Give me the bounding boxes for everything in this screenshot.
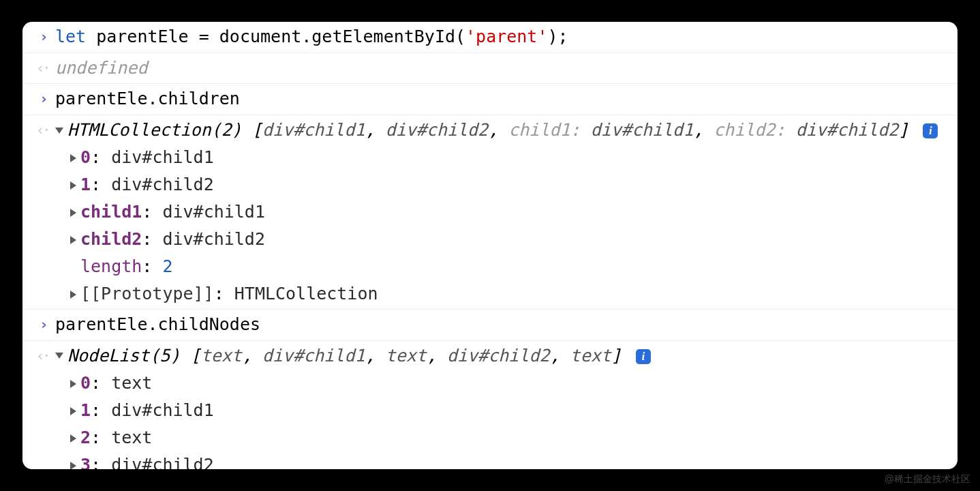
object-property-line[interactable]: [[Prototype]]: HTMLCollection	[55, 280, 949, 308]
comma: ,	[549, 346, 570, 366]
preview-item: text	[570, 346, 611, 366]
input-prompt-icon	[22, 23, 55, 51]
object-type: NodeList(5)	[67, 346, 191, 366]
colon: :	[91, 175, 111, 194]
object-summary-line[interactable]: HTMLCollection(2) [div#child1, div#child…	[55, 117, 949, 144]
console-output-row: NodeList(5) [text, div#child1, text, div…	[22, 341, 958, 469]
console-input-row[interactable]: let parentEle = document.getElementById(…	[22, 22, 958, 53]
expand-caret-right-icon[interactable]	[70, 407, 76, 415]
property-key: 1	[80, 400, 91, 420]
output-prompt-icon	[22, 342, 55, 370]
code-text: );	[547, 27, 568, 46]
colon: :	[91, 455, 111, 469]
object-property-line[interactable]: 0: text	[55, 370, 949, 397]
property-key: length	[80, 256, 142, 276]
property-key: 0	[80, 147, 91, 167]
property-key: child2	[80, 229, 142, 249]
object-property-line[interactable]: 0: div#child1	[55, 144, 949, 171]
colon: :	[142, 202, 162, 222]
preview-item: div#child2	[386, 120, 489, 140]
preview-item: div#child2	[447, 346, 550, 366]
comma: ,	[365, 346, 386, 366]
property-key: 0	[80, 373, 91, 393]
expand-caret-right-icon[interactable]	[70, 236, 76, 244]
comma: ,	[488, 120, 508, 140]
console-input-row[interactable]: parentEle.children	[22, 84, 958, 115]
comma: ,	[427, 346, 447, 366]
console-panel: let parentEle = document.getElementById(…	[22, 22, 958, 469]
property-key: 3	[80, 455, 91, 469]
comma: ,	[242, 346, 262, 366]
console-output-undefined: undefined	[55, 55, 958, 82]
preview-item: div#child1	[262, 120, 365, 140]
input-prompt-icon	[22, 85, 55, 113]
keyword-let: let	[55, 27, 86, 46]
object-property-line[interactable]: 1: div#child1	[55, 397, 949, 424]
colon: :	[91, 428, 111, 447]
colon: :	[214, 284, 234, 303]
bracket: [	[252, 120, 262, 140]
property-value: div#child1	[162, 202, 265, 222]
property-value: div#child1	[111, 400, 214, 420]
bracket: ]	[898, 120, 908, 140]
expand-caret-right-icon[interactable]	[70, 462, 76, 469]
property-key: [[Prototype]]	[80, 284, 214, 303]
colon: :	[91, 400, 111, 420]
preview-item: div#child1	[591, 120, 694, 140]
info-icon[interactable]: i	[636, 349, 651, 364]
expand-caret-right-icon[interactable]	[70, 291, 76, 299]
expand-caret-right-icon[interactable]	[70, 380, 76, 388]
object-property-line[interactable]: 2: text	[55, 424, 949, 451]
property-value: 2	[162, 256, 172, 276]
property-key: 2	[80, 428, 91, 447]
preview-item: text	[201, 346, 242, 366]
console-input-row[interactable]: parentEle.childNodes	[22, 310, 958, 341]
expand-caret-right-icon[interactable]	[70, 181, 76, 190]
watermark-text: @稀土掘金技术社区	[885, 473, 970, 486]
comma: ,	[693, 120, 714, 140]
property-value: text	[111, 428, 152, 447]
preview-key: child2:	[714, 120, 795, 140]
preview-item: text	[386, 346, 427, 366]
property-value: div#child2	[111, 175, 214, 194]
property-key: 1	[80, 175, 91, 194]
bracket: [	[191, 346, 201, 366]
expand-caret-right-icon[interactable]	[70, 154, 76, 162]
property-key: child1	[80, 202, 142, 222]
colon: :	[91, 147, 111, 167]
object-property-line[interactable]: child2: div#child2	[55, 226, 949, 253]
object-summary-line[interactable]: NodeList(5) [text, div#child1, text, div…	[55, 342, 949, 370]
object-property-line[interactable]: length: 2	[55, 253, 949, 280]
info-icon[interactable]: i	[923, 123, 938, 138]
object-property-line[interactable]: 1: div#child2	[55, 171, 949, 198]
expand-caret-down-icon[interactable]	[55, 353, 63, 359]
console-input-code: parentEle.childNodes	[55, 311, 958, 338]
console-output-object: NodeList(5) [text, div#child1, text, div…	[55, 342, 958, 469]
preview-item: div#child2	[796, 120, 899, 140]
colon: :	[142, 256, 162, 276]
property-value: div#child2	[111, 455, 214, 469]
preview-key: child1:	[508, 120, 590, 140]
expand-caret-right-icon[interactable]	[70, 209, 76, 217]
expand-caret-right-icon[interactable]	[70, 434, 76, 443]
property-value: text	[111, 373, 152, 393]
property-value: div#child2	[162, 229, 265, 249]
console-input-code: parentEle.children	[55, 85, 958, 113]
bracket: ]	[611, 346, 622, 366]
colon: :	[142, 229, 162, 249]
input-prompt-icon	[22, 311, 55, 339]
output-prompt-icon	[22, 55, 55, 83]
property-value: HTMLCollection	[234, 284, 378, 303]
string-literal: 'parent'	[465, 27, 547, 46]
output-prompt-icon	[22, 117, 55, 145]
expand-caret-down-icon[interactable]	[55, 128, 63, 134]
console-input-code: let parentEle = document.getElementById(…	[55, 23, 958, 50]
console-output-row: HTMLCollection(2) [div#child1, div#child…	[22, 115, 958, 310]
colon: :	[91, 373, 111, 393]
object-type: HTMLCollection(2)	[67, 120, 252, 140]
comma: ,	[365, 120, 386, 140]
preview-item: div#child1	[262, 346, 365, 366]
object-property-line[interactable]: child1: div#child1	[55, 198, 949, 226]
property-value: div#child1	[111, 147, 214, 167]
object-property-line[interactable]: 3: div#child2	[55, 451, 949, 469]
